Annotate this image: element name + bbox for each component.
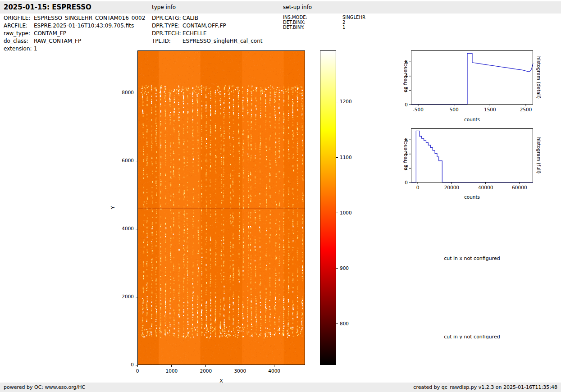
type-info-row: DPR.CATG: CALIB <box>152 15 262 23</box>
setup-info-heading: set-up info <box>283 1 312 14</box>
hist-x-tick-label: 40000 <box>478 185 493 190</box>
field-label: DPR.TECH: <box>152 30 182 38</box>
field-label: INS.MODE: <box>283 15 342 20</box>
x-tick-mark <box>171 365 172 367</box>
y-tick-label: 6000 <box>115 158 134 163</box>
y-tick-label: 8000 <box>115 90 134 95</box>
footer-bar: powered by QC: www.eso.org/HC created by… <box>0 383 561 392</box>
setup-info-row: INS.MODE: SINGLEHR <box>283 15 365 20</box>
x-tick-label: 4000 <box>268 368 280 374</box>
field-value: ECHELLE <box>182 30 207 38</box>
field-label: raw_type: <box>4 30 34 38</box>
colorbar-tick-label: 1200 <box>340 99 352 104</box>
hist-x-tick-label: 2500 <box>520 107 532 112</box>
field-value: ESPRESSO_SINGLEHR_CONTAM016_0002 <box>34 15 145 23</box>
field-value: ESPRE.2025-01-16T10:43:09.705.fits <box>34 23 134 30</box>
x-tick-label: 0 <box>136 368 139 374</box>
y-axis-label: Y <box>110 206 116 210</box>
type-info-row: DPR.TECH: ECHELLE <box>152 30 262 38</box>
field-value: RAW_CONTAM_FP <box>34 38 81 46</box>
file-info-row: ORIGFILE: ESPRESSO_SINGLEHR_CONTAM016_00… <box>4 15 145 23</box>
plot-border <box>411 129 533 182</box>
y-tick-mark <box>136 229 137 229</box>
field-label: DPR.TYPE: <box>152 23 182 30</box>
field-label: DET.BINY: <box>283 25 342 30</box>
colorbar <box>320 50 336 365</box>
type-info-row: DPR.TYPE: CONTAM,OFF,FP <box>152 23 262 30</box>
hist-full-side-label: histogram (full) <box>536 137 542 174</box>
file-info-row: raw_type: CONTAM_FP <box>4 30 145 38</box>
hist-x-tick-label: 20000 <box>444 185 459 190</box>
qc-rawdisp-figure: 2025-01-15: ESPRESSO type info set-up in… <box>0 0 561 392</box>
histogram-detail-plot: -500500150025000246 <box>411 50 533 105</box>
file-info-row: do_class: RAW_CONTAM_FP <box>4 38 145 46</box>
hist-y-tick-label: 2 <box>405 87 408 93</box>
x-tick-label: 1000 <box>166 368 178 374</box>
hist-y-tick-label: 2 <box>405 165 408 171</box>
field-label: do_class: <box>4 38 34 46</box>
y-tick-mark <box>136 297 137 297</box>
field-value: SINGLEHR <box>342 15 365 20</box>
y-tick-label: 0 <box>115 362 134 367</box>
histogram-full-plot: 02000040000600000246 <box>411 128 533 182</box>
field-value: CONTAM_FP <box>34 30 66 38</box>
setup-info-row: DET.BINY: 1 <box>283 25 365 30</box>
hist-y-tick-label: 4 <box>405 151 408 156</box>
file-info-row: extension: 1 <box>4 46 145 53</box>
type-info-heading: type info <box>152 1 176 14</box>
hist-x-tick-label: 60000 <box>512 185 527 190</box>
field-label: ORIGFILE: <box>4 15 34 23</box>
colorbar-tick-mark <box>336 324 338 324</box>
type-info-row: TPL.ID: ESPRESSO_singleHR_cal_cont <box>152 38 262 46</box>
hist-curve <box>411 53 533 105</box>
y-tick-mark <box>136 161 137 161</box>
setup-info-block: INS.MODE: SINGLEHR DET.BINX: 2 DET.BINY:… <box>283 15 365 30</box>
y-tick-label: 4000 <box>115 226 134 231</box>
x-tick-mark <box>205 365 206 367</box>
x-tick-mark <box>240 365 240 367</box>
page-title: 2025-01-15: ESPRESSO <box>4 1 91 14</box>
field-label: extension: <box>4 46 34 53</box>
file-info-block: ORIGFILE: ESPRESSO_SINGLEHR_CONTAM016_00… <box>4 15 145 53</box>
field-label: DPR.CATG: <box>152 15 182 23</box>
cut-x-message: cut in x not configured <box>411 255 533 261</box>
hist-y-tick-label: 6 <box>405 59 408 64</box>
setup-info-row: DET.BINX: 2 <box>283 20 365 25</box>
field-value: 1 <box>342 25 345 30</box>
y-tick-mark <box>136 93 137 93</box>
cut-y-message: cut in y not configured <box>411 334 533 340</box>
y-tick-mark <box>136 365 137 365</box>
hist-x-tick-label: -500 <box>413 107 424 112</box>
field-label: ARCFILE: <box>4 23 34 30</box>
hist-y-tick-label: 4 <box>405 73 408 78</box>
colorbar-tick-label: 1100 <box>340 155 352 160</box>
x-tick-label: 2000 <box>200 368 212 374</box>
hist-x-tick-label: 0 <box>416 185 420 190</box>
hist-detail-xlabel: counts <box>411 117 533 122</box>
header-bar: 2025-01-15: ESPRESSO type info set-up in… <box>0 1 561 14</box>
hist-detail-side-label: histogram (detail) <box>536 56 542 99</box>
colorbar-tick-label: 1000 <box>340 210 352 215</box>
x-tick-mark <box>137 365 138 367</box>
hist-y-tick-label: 0 <box>405 180 408 185</box>
detector-image-plot <box>137 50 305 365</box>
hist-x-tick-label: 500 <box>450 107 459 112</box>
colorbar-tick-mark <box>336 268 338 269</box>
colorbar-tick-mark <box>336 213 338 213</box>
detector-image-canvas <box>138 51 305 365</box>
x-tick-label: 3000 <box>234 368 246 374</box>
footer-credit: powered by QC: www.eso.org/HC <box>4 383 85 392</box>
field-value: 2 <box>342 20 345 25</box>
y-tick-label: 2000 <box>115 294 134 299</box>
field-label: DET.BINX: <box>283 20 342 25</box>
field-value: ESPRESSO_singleHR_cal_cont <box>182 38 262 46</box>
hist-curve <box>411 131 533 183</box>
field-label: TPL.ID: <box>152 38 182 46</box>
hist-x-tick-label: 1500 <box>484 107 496 112</box>
file-info-row: ARCFILE: ESPRE.2025-01-16T10:43:09.705.f… <box>4 23 145 30</box>
hist-y-tick-label: 6 <box>405 137 408 142</box>
field-value: 1 <box>34 46 37 53</box>
hist-full-xlabel: counts <box>411 194 533 200</box>
field-value: CALIB <box>182 15 198 23</box>
colorbar-tick-label: 800 <box>340 321 349 326</box>
